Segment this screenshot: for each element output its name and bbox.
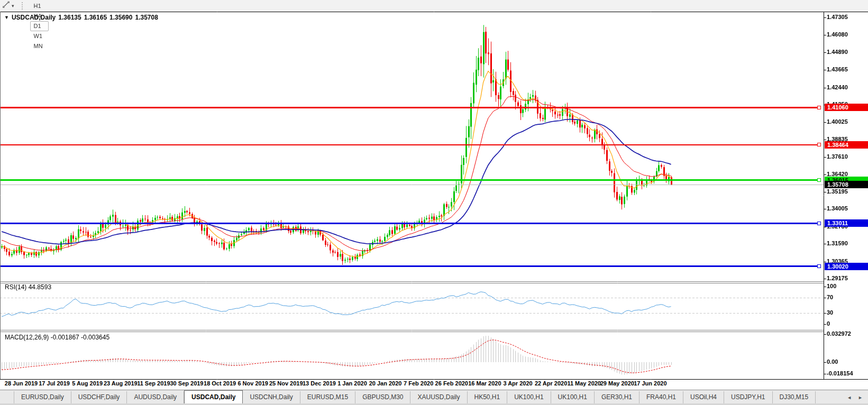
chart-tab-audusd-daily[interactable]: AUDUSD,Daily bbox=[127, 391, 184, 403]
price-axis-tick: 1.40025 bbox=[827, 118, 867, 125]
timeframe-buttons: M1M5M15M30H1H4D1W1MN bbox=[29, 0, 50, 51]
bid-price-label: 1.35708 bbox=[825, 181, 868, 188]
timeframe-button-d1[interactable]: D1 bbox=[30, 21, 49, 31]
tab-scroll-right-icon[interactable]: ► bbox=[858, 395, 863, 400]
chart-tab-uk100-h1[interactable]: UK100,H1 bbox=[551, 391, 595, 403]
macd-indicator-label: MACD(12,26,9) -0.001867 -0.003645 bbox=[5, 334, 109, 341]
ohlc-low: 1.35690 bbox=[109, 14, 132, 21]
chart-canvas[interactable] bbox=[0, 12, 868, 380]
macd-axis-tick: -0.018154 bbox=[827, 370, 867, 377]
symbol-dropdown-icon[interactable]: ▼ bbox=[4, 15, 9, 20]
price-axis-tick: 1.47305 bbox=[827, 14, 867, 21]
chart-tab-usdjpy-h1[interactable]: USDJPY,H1 bbox=[724, 391, 772, 403]
date-axis-label: 17 Jun 2020 bbox=[627, 380, 673, 386]
macd-axis-tick: 0.032972 bbox=[827, 330, 867, 337]
chart-tab-usoil-h4[interactable]: USOil,H4 bbox=[683, 391, 724, 403]
price-axis-tick: 1.34005 bbox=[827, 205, 867, 212]
chart-tab-ger30-h1[interactable]: GER30,H1 bbox=[595, 391, 639, 403]
macd-axis-tick: 0.00 bbox=[827, 358, 867, 365]
chart-tab-hk50-h1[interactable]: HK50,H1 bbox=[468, 391, 508, 403]
trendline-tool-icon bbox=[2, 1, 10, 11]
price-axis-tick: 1.31590 bbox=[827, 240, 867, 247]
rsi-axis-tick: 0 bbox=[827, 320, 867, 327]
chart-tab-usdcad-daily[interactable]: USDCAD,Daily bbox=[184, 390, 243, 403]
level-price-label: 1.30020 bbox=[825, 263, 868, 270]
ohlc-close: 1.35708 bbox=[135, 14, 158, 21]
price-axis-tick: 1.44890 bbox=[827, 49, 867, 56]
price-axis-tick: 1.37610 bbox=[827, 153, 867, 160]
chart-tab-eurusd-daily[interactable]: EURUSD,Daily bbox=[14, 391, 71, 403]
price-axis-tick: 1.46080 bbox=[827, 31, 867, 38]
price-axis-tick: 1.43665 bbox=[827, 66, 867, 73]
drawing-tool-button[interactable]: ▾ bbox=[0, 1, 16, 11]
level-price-label: 1.38464 bbox=[825, 141, 868, 149]
rsi-axis-tick: 70 bbox=[827, 294, 867, 301]
chart-tab-gbpusd-m30[interactable]: GBPUSD,M30 bbox=[355, 391, 410, 403]
timeframe-button-w1[interactable]: W1 bbox=[30, 31, 49, 41]
chart-tab-usdchf-daily[interactable]: USDCHF,Daily bbox=[71, 391, 127, 403]
rsi-axis-tick: 30 bbox=[827, 309, 867, 316]
toolbar-drag-handle[interactable] bbox=[22, 2, 25, 10]
timeframe-button-h4[interactable]: H4 bbox=[30, 11, 49, 21]
chart-tab-fra40-h1[interactable]: FRA40,H1 bbox=[639, 391, 683, 403]
chart-tab-usdcnh-daily[interactable]: USDCNH,Daily bbox=[243, 391, 300, 403]
price-axis-tick: 1.35195 bbox=[827, 188, 867, 195]
ohlc-open: 1.36135 bbox=[58, 14, 81, 21]
chart-tab-bar: EURUSD,DailyUSDCHF,DailyAUDUSD,DailyUSDC… bbox=[0, 390, 868, 403]
tab-scroll-left-icon[interactable]: ◄ bbox=[847, 395, 852, 400]
chart-tab-eurusd-m15[interactable]: EURUSD,M15 bbox=[300, 391, 355, 403]
chart-tab-uk100-h1[interactable]: UK100,H1 bbox=[507, 391, 551, 403]
level-price-label: 1.33011 bbox=[825, 219, 868, 227]
chevron-down-icon: ▾ bbox=[12, 3, 14, 8]
tab-scroll-arrows: ◄► bbox=[847, 395, 863, 403]
rsi-axis-tick: 100 bbox=[827, 283, 867, 290]
level-price-label: 1.41060 bbox=[825, 104, 868, 111]
chart-title: ▼USDCAD,Daily1.361351.361651.356901.3570… bbox=[4, 14, 158, 21]
rsi-indicator-label: RSI(14) 44.8593 bbox=[5, 283, 51, 291]
timeframe-button-mn[interactable]: MN bbox=[30, 41, 49, 51]
chart-tab-xauusd-daily[interactable]: XAUUSD,Daily bbox=[410, 391, 467, 403]
mt4-window: ▾ M1M5M15M30H1H4D1W1MN ▼USDCAD,Daily1.36… bbox=[0, 0, 868, 405]
price-axis-tick: 1.29175 bbox=[827, 275, 867, 282]
timeframe-toolbar: ▾ M1M5M15M30H1H4D1W1MN bbox=[0, 0, 868, 12]
ohlc-high: 1.36165 bbox=[84, 14, 107, 21]
timeframe-button-h1[interactable]: H1 bbox=[30, 1, 49, 11]
price-axis-tick: 1.42440 bbox=[827, 84, 867, 91]
chart-tab-dj30-m15[interactable]: DJ30,M15 bbox=[773, 391, 816, 403]
